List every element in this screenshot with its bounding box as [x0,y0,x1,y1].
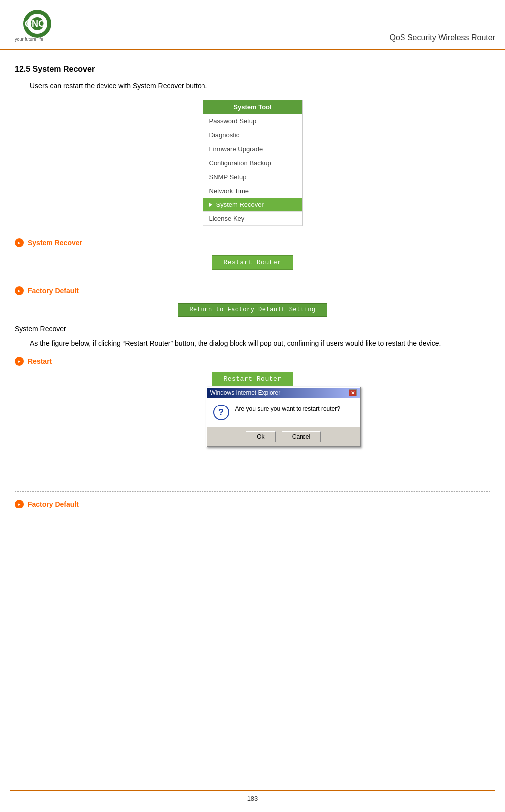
ie-message-text: Are you sure you want to restart router? [235,405,340,413]
section-heading: 12.5 System Recover [15,65,490,74]
footer-line [10,790,495,791]
page-number: 183 [247,795,258,802]
factory-default-button[interactable]: Return to Factory Default Setting [178,303,327,317]
menu-item-network-time[interactable]: Network Time [203,184,302,198]
header-title: QoS Security Wireless Router [389,33,495,45]
intro-text: Users can restart the device with System… [30,82,490,90]
ie-dialog: Windows Internet Explorer ✕ ? Are you su… [206,387,361,447]
bottom-divider [15,491,490,492]
system-recover-section-label: System Recover [15,238,490,247]
page-header: QNO your future life QoS Security Wirele… [0,0,505,50]
screenshot2-inner: Restart Router Windows Internet Explorer… [94,372,412,481]
ie-ok-button[interactable]: Ok [246,431,276,442]
factory-default-button-area: Return to Factory Default Setting [15,303,490,317]
ie-question-icon: ? [213,405,229,420]
menu-item-snmp[interactable]: SNMP Setup [203,170,302,184]
svg-text:your future life: your future life [15,37,43,42]
ie-cancel-button[interactable]: Cancel [282,431,321,442]
restart-router-button2[interactable]: Restart Router [212,372,293,386]
menu-item-firmware[interactable]: Firmware Upgrade [203,142,302,156]
lower-intro-text: As the figure below, if clicking “Restar… [30,338,490,349]
page-footer: 183 [0,790,505,802]
factory-default-section-label: Factory Default [15,286,490,295]
factory-default-lower-label-text: Factory Default [28,500,79,508]
ie-titlebar: Windows Internet Explorer ✕ [207,388,360,398]
ie-title-text: Windows Internet Explorer [210,389,281,396]
menu-header: System Tool [203,100,302,114]
factory-default-lower-label: Factory Default [15,500,490,508]
restart-router-button2-area: Restart Router [94,372,412,386]
menu-arrow-icon [209,203,212,207]
menu-item-config-backup[interactable]: Configuration Backup [203,156,302,170]
restart-router-button[interactable]: Restart Router [212,255,293,270]
menu-item-password[interactable]: Password Setup [203,114,302,128]
system-recover-label-text: System Recover [28,239,82,247]
factory-default-label-text: Factory Default [28,287,79,295]
svg-text:QNO: QNO [25,19,45,29]
restart-label-text: Restart [28,357,52,365]
menu-screenshot: System Tool Password Setup Diagnostic Fi… [15,100,490,226]
restart-router-button-area: Restart Router [15,255,490,270]
orange-circle-factory2-icon [15,500,24,508]
screenshot2-container: Restart Router Windows Internet Explorer… [15,372,490,481]
menu-item-diagnostic[interactable]: Diagnostic [203,128,302,142]
orange-circle-restart-icon [15,357,24,366]
logo: QNO your future life [10,5,65,45]
ie-close-button[interactable]: ✕ [349,389,357,396]
orange-circle-factory-icon [15,286,24,295]
ie-buttons-area: Ok Cancel [207,427,360,446]
restart-section-label: Restart [15,357,490,366]
menu-item-system-recover[interactable]: System Recover [203,198,302,212]
lower-section-heading: System Recover [15,325,490,333]
menu-box: System Tool Password Setup Diagnostic Fi… [203,100,303,226]
ie-body: ? Are you sure you want to restart route… [207,398,360,427]
main-content: 12.5 System Recover Users can restart th… [0,50,505,522]
orange-circle-icon [15,238,24,247]
section-divider [15,278,490,278]
menu-item-license[interactable]: License Key [203,212,302,226]
